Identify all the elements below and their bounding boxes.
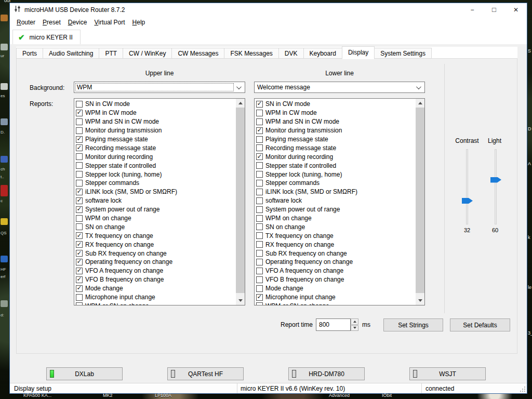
- tab-fsk-messages[interactable]: FSK Messages: [224, 48, 278, 59]
- report-row-monitor-during-transmission[interactable]: Monitor during transmission: [75, 126, 235, 135]
- report-row-wpm-and-sn-in-cw-mode[interactable]: WPM and SN in CW mode: [75, 117, 235, 126]
- checkbox-checked[interactable]: [76, 144, 83, 151]
- spin-up-icon[interactable]: [351, 318, 358, 325]
- spin-down-icon[interactable]: [351, 325, 358, 331]
- report-row-system-power-out-of-range[interactable]: System power out of range: [75, 205, 235, 214]
- light-slider-thumb[interactable]: [490, 177, 501, 183]
- upper-background-select[interactable]: WPM: [74, 82, 245, 93]
- checkbox-unchecked[interactable]: [76, 180, 83, 187]
- checkbox-unchecked[interactable]: [76, 171, 83, 178]
- checkbox-checked[interactable]: [256, 101, 263, 108]
- checkbox-unchecked[interactable]: [76, 162, 83, 169]
- report-row-system-power-out-of-range[interactable]: System power out of range: [255, 205, 415, 214]
- checkbox-checked[interactable]: [256, 294, 263, 301]
- report-row-rx-frequency-on-change[interactable]: RX frequency on change: [75, 240, 235, 249]
- scroll-down-icon[interactable]: [236, 296, 245, 305]
- report-row-operating-frequency-on-change[interactable]: Operating frequency on change: [75, 258, 235, 267]
- checkbox-checked[interactable]: [256, 153, 263, 160]
- scroll-up-icon[interactable]: [416, 99, 424, 108]
- scrollbar[interactable]: [416, 99, 424, 305]
- checkbox-unchecked[interactable]: [256, 215, 263, 222]
- checkbox-unchecked[interactable]: [256, 259, 263, 265]
- checkbox-unchecked[interactable]: [256, 118, 263, 125]
- checkbox-checked[interactable]: [256, 127, 263, 134]
- report-row-stepper-lock-tuning-home[interactable]: Stepper lock (tuning, home): [75, 170, 235, 179]
- report-row-sub-rx-frequency-on-change[interactable]: Sub RX frequency on change: [255, 249, 415, 258]
- report-row-wpm-in-cw-mode[interactable]: WPM in CW mode: [75, 109, 235, 117]
- checkbox-unchecked[interactable]: [76, 215, 83, 222]
- report-row-stepper-commands[interactable]: Stepper commands: [255, 179, 415, 188]
- report-row-rx-frequency-on-change[interactable]: RX frequency on change: [255, 240, 415, 249]
- contrast-slider-thumb[interactable]: [462, 198, 473, 204]
- scroll-down-icon[interactable]: [416, 296, 424, 305]
- maximize-button[interactable]: □: [483, 3, 505, 16]
- checkbox-checked[interactable]: [76, 189, 83, 195]
- checkbox-unchecked[interactable]: [76, 101, 83, 108]
- checkbox-unchecked[interactable]: [256, 241, 263, 248]
- report-row-stepper-state-if-controlled[interactable]: Stepper state if controlled: [255, 161, 415, 170]
- scrollbar-thumb[interactable]: [416, 108, 424, 293]
- report-row-playing-message-state[interactable]: Playing message state: [255, 135, 415, 144]
- checkbox-checked[interactable]: [76, 241, 83, 248]
- report-row-sn-on-change[interactable]: SN on change: [255, 222, 415, 231]
- checkbox-unchecked[interactable]: [76, 118, 83, 125]
- set-strings-button[interactable]: Set Strings: [383, 318, 443, 331]
- report-row-stepper-commands[interactable]: Stepper commands: [75, 179, 235, 188]
- checkbox-unchecked[interactable]: [76, 127, 83, 134]
- checkbox-checked[interactable]: [76, 259, 83, 265]
- menu-item-router[interactable]: Router: [13, 17, 39, 28]
- report-row-recording-message-state[interactable]: Recording message state: [75, 143, 235, 152]
- tab-cw-messages[interactable]: CW Messages: [171, 48, 224, 59]
- checkbox-unchecked[interactable]: [76, 302, 83, 305]
- checkbox-unchecked[interactable]: [76, 153, 83, 160]
- tab-system-settings[interactable]: System Settings: [374, 48, 432, 59]
- set-defaults-button[interactable]: Set Defaults: [450, 318, 510, 331]
- report-row-operating-frequency-on-change[interactable]: Operating frequency on change: [255, 258, 415, 267]
- checkbox-checked[interactable]: [76, 250, 83, 257]
- report-row-sn-in-cw-mode[interactable]: SN in CW mode: [255, 100, 415, 109]
- contrast-slider[interactable]: [466, 149, 468, 224]
- checkbox-unchecked[interactable]: [256, 189, 263, 195]
- checkbox-unchecked[interactable]: [256, 180, 263, 187]
- checkbox-unchecked[interactable]: [256, 302, 263, 305]
- checkbox-checked[interactable]: [76, 110, 83, 116]
- report-row-recording-message-state[interactable]: Recording message state: [255, 143, 415, 152]
- menu-item-preset[interactable]: Preset: [39, 17, 64, 28]
- report-row-wpm-on-change[interactable]: WPM on change: [75, 214, 235, 223]
- checkbox-unchecked[interactable]: [256, 110, 263, 116]
- light-slider[interactable]: [495, 149, 497, 224]
- checkbox-unchecked[interactable]: [76, 294, 83, 301]
- checkbox-checked[interactable]: [76, 232, 83, 239]
- report-row-tx-frequency-on-change[interactable]: TX frequency on change: [75, 231, 235, 240]
- report-row-vfo-a-frequency-on-change[interactable]: VFO A frequency on change: [75, 267, 235, 275]
- report-row-monitor-during-transmission[interactable]: Monitor during transmission: [255, 126, 415, 135]
- report-row-microphone-input-change[interactable]: Microphone input change: [75, 293, 235, 302]
- report-row-sub-rx-frequency-on-change[interactable]: Sub RX frequency on change: [75, 249, 235, 258]
- checkbox-unchecked[interactable]: [256, 136, 263, 143]
- report-row-wpm-or-sn-on-change[interactable]: WPM or SN on change: [255, 301, 415, 305]
- report-row-software-lock[interactable]: software lock: [75, 196, 235, 205]
- checkbox-unchecked[interactable]: [256, 171, 263, 178]
- checkbox-checked[interactable]: [76, 285, 83, 292]
- report-row-tx-frequency-on-change[interactable]: TX frequency on change: [255, 231, 415, 240]
- checkbox-unchecked[interactable]: [256, 197, 263, 204]
- checkbox-unchecked[interactable]: [256, 232, 263, 239]
- preset-button-wsjt[interactable]: WSJT: [409, 367, 486, 380]
- tab-audio-switching[interactable]: Audio Switching: [43, 48, 99, 59]
- report-row-monitor-during-recording[interactable]: Monitor during recording: [255, 152, 415, 161]
- preset-button-qartest-hf[interactable]: QARTest HF: [167, 367, 244, 380]
- tab-cw-winkey[interactable]: CW / WinKey: [123, 48, 172, 59]
- checkbox-checked[interactable]: [76, 276, 83, 283]
- close-button[interactable]: ✕: [505, 3, 527, 16]
- checkbox-unchecked[interactable]: [256, 162, 263, 169]
- report-row-software-lock[interactable]: software lock: [255, 196, 415, 205]
- checkbox-unchecked[interactable]: [256, 206, 263, 213]
- device-tab-micro-keyer-ii[interactable]: ✔ micro KEYER II: [12, 30, 81, 44]
- checkbox-unchecked[interactable]: [256, 223, 263, 230]
- preset-button-hrd-dm780[interactable]: HRD-DM780: [288, 367, 365, 380]
- tab-dvk[interactable]: DVK: [278, 48, 304, 59]
- tab-keyboard[interactable]: Keyboard: [303, 48, 342, 59]
- tab-display[interactable]: Display: [342, 46, 375, 59]
- checkbox-unchecked[interactable]: [256, 276, 263, 283]
- checkbox-checked[interactable]: [76, 136, 83, 143]
